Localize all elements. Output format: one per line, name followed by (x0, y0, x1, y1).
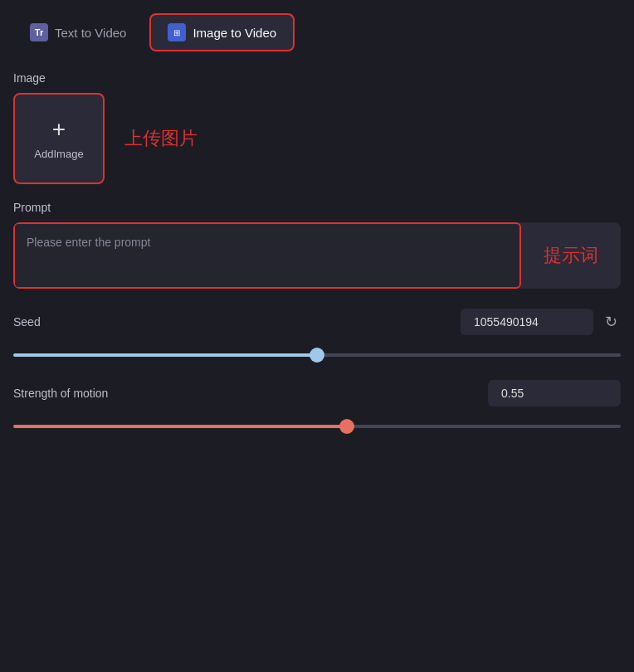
seed-input[interactable] (461, 309, 593, 335)
tab-bar: Tr Text to Video ⊞ Image to Video (13, 13, 621, 51)
prompt-hint-text: 提示词 (521, 222, 621, 289)
image-upload-row: + AddImage 上传图片 (13, 93, 621, 184)
seed-section: Seed ↻ (13, 309, 621, 360)
motion-slider[interactable] (13, 425, 621, 428)
prompt-section-label: Prompt (13, 201, 621, 214)
motion-value-input[interactable] (488, 380, 621, 407)
motion-label: Strength of motion (13, 387, 108, 400)
seed-input-group: ↻ (461, 309, 621, 335)
tab-text-to-video[interactable]: Tr Text to Video (13, 15, 143, 50)
text-to-video-icon: Tr (30, 23, 48, 41)
refresh-icon: ↻ (605, 313, 617, 331)
motion-slider-container (13, 416, 621, 431)
tab-image-to-video-label: Image to Video (193, 26, 276, 40)
seed-row: Seed ↻ (13, 309, 621, 335)
add-image-button[interactable]: + AddImage (13, 93, 105, 184)
prompt-container: 提示词 (13, 222, 621, 289)
prompt-input[interactable] (13, 222, 521, 289)
upload-hint-text: 上传图片 (124, 126, 198, 151)
image-section: Image + AddImage 上传图片 (13, 71, 621, 184)
motion-section: Strength of motion (13, 380, 621, 431)
seed-refresh-button[interactable]: ↻ (602, 309, 621, 334)
motion-row: Strength of motion (13, 380, 621, 407)
image-section-label: Image (13, 71, 621, 85)
seed-label: Seed (13, 315, 41, 329)
plus-icon: + (52, 118, 66, 141)
seed-slider[interactable] (13, 353, 621, 357)
add-image-label: AddImage (34, 148, 83, 160)
tab-image-to-video[interactable]: ⊞ Image to Video (149, 13, 295, 51)
prompt-section: Prompt 提示词 (13, 201, 621, 289)
tab-text-to-video-label: Text to Video (55, 26, 126, 40)
image-to-video-icon: ⊞ (168, 23, 186, 41)
seed-slider-container (13, 345, 621, 360)
